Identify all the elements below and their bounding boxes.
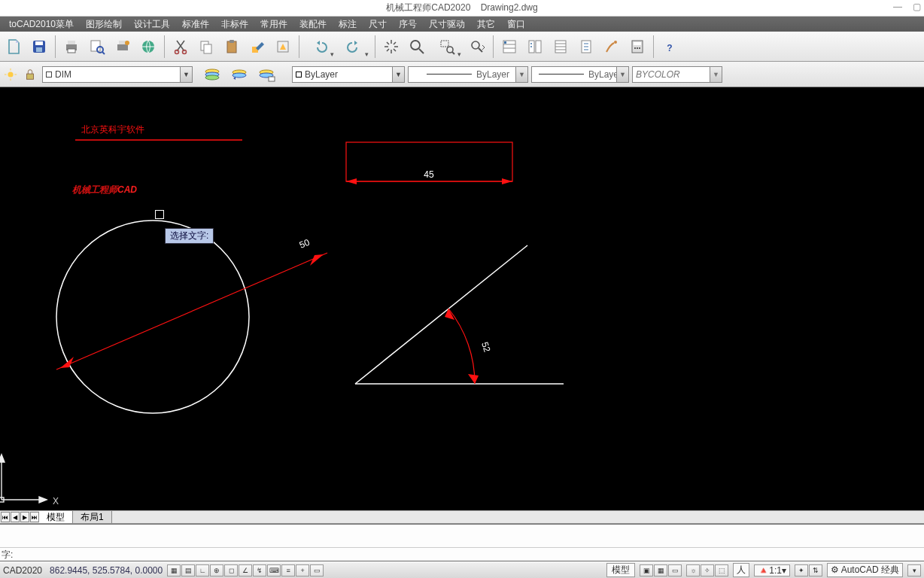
tab-nav-prev[interactable]: ◀: [11, 512, 20, 522]
status-btn[interactable]: ▭: [668, 564, 682, 576]
angle-hyp-line: [355, 245, 527, 384]
zoom-realtime-button[interactable]: [405, 35, 429, 59]
menu-item[interactable]: 标注: [333, 18, 363, 31]
tool-palettes-button[interactable]: [549, 35, 573, 59]
menu-item[interactable]: 序号: [393, 18, 423, 31]
workspace-switcher[interactable]: ⚙ AutoCAD 经典: [827, 563, 903, 577]
layer-previous-button[interactable]: [227, 63, 251, 86]
menu-item[interactable]: 非标件: [215, 18, 254, 31]
status-btn[interactable]: ▦: [654, 564, 667, 576]
drawing-text-company: 北京英科宇软件: [81, 124, 144, 135]
svg-marker-64: [346, 178, 357, 184]
cut-button[interactable]: [169, 35, 193, 59]
ortho-toggle[interactable]: ∟: [196, 564, 209, 576]
svg-rect-43: [634, 42, 641, 45]
menu-item[interactable]: 其它: [471, 18, 501, 31]
status-btn[interactable]: ✧: [701, 564, 714, 576]
linetype-combo[interactable]: ByLayer ▼: [408, 66, 528, 83]
print-button[interactable]: [59, 35, 84, 59]
drawing-svg: 北京英科宇软件 机械工程师CAD 45 50 52 X: [0, 87, 924, 510]
minimize-icon[interactable]: —: [893, 2, 902, 12]
tab-layout1[interactable]: 布局1: [73, 511, 112, 523]
design-center-button[interactable]: [523, 35, 547, 59]
layer-combo[interactable]: DIM ▼: [42, 66, 193, 83]
print-preview-button[interactable]: [85, 35, 109, 59]
lineweight-combo[interactable]: ByLayer ▼: [531, 66, 629, 83]
svg-point-35: [530, 46, 532, 47]
tab-nav-last[interactable]: ⏭: [30, 512, 39, 522]
annotation-scale[interactable]: 🔺1:1▾: [754, 564, 790, 576]
properties-button[interactable]: [497, 35, 521, 59]
sheet-set-button[interactable]: [574, 35, 598, 59]
status-btn[interactable]: ▣: [640, 564, 653, 576]
status-btn[interactable]: ⇅: [809, 564, 822, 576]
layout-tabs: ⏮ ◀ ▶ ⏭ 模型 布局1: [0, 510, 924, 524]
menu-item[interactable]: 尺寸驱动: [423, 18, 471, 31]
markup-button[interactable]: [600, 35, 624, 59]
command-window[interactable]: 字:: [0, 524, 924, 561]
svg-line-25: [452, 52, 454, 54]
lwt-toggle[interactable]: ≡: [281, 564, 295, 576]
sc-toggle[interactable]: ▭: [310, 564, 324, 576]
help-button[interactable]: ?: [658, 35, 682, 59]
layer-manager-button[interactable]: [254, 63, 278, 86]
maximize-icon[interactable]: ▢: [913, 2, 921, 12]
polar-toggle[interactable]: ⊕: [210, 564, 223, 576]
svg-marker-69: [468, 374, 479, 384]
svg-line-8: [102, 52, 105, 54]
color-swatch-icon: [296, 71, 302, 78]
ducs-toggle[interactable]: ↯: [253, 564, 266, 576]
color-combo[interactable]: ByLayer ▼: [292, 66, 405, 83]
save-button[interactable]: [27, 35, 51, 59]
menu-item[interactable]: 图形绘制: [80, 18, 128, 31]
menu-item[interactable]: toCAD2010菜单: [3, 18, 80, 31]
drafting-toggles: ▦ ▤ ∟ ⊕ ◻ ∠ ↯ ⌨ ≡ + ▭: [167, 564, 324, 576]
svg-point-44: [634, 47, 636, 49]
osnap-toggle[interactable]: ◻: [224, 564, 238, 576]
undo-button[interactable]: [303, 35, 336, 59]
tab-model[interactable]: 模型: [39, 511, 73, 523]
otrack-toggle[interactable]: ∠: [239, 564, 252, 576]
svg-text:?: ?: [667, 43, 672, 53]
command-line[interactable]: 字:: [0, 547, 924, 562]
dyn-toggle[interactable]: ⌨: [267, 564, 281, 576]
plot-button[interactable]: [111, 35, 135, 59]
status-btn[interactable]: ⬚: [715, 564, 728, 576]
snap-toggle[interactable]: ▦: [167, 564, 181, 576]
drawing-canvas[interactable]: 北京英科宇软件 机械工程师CAD 45 50 52 X 选择文字:: [0, 87, 924, 510]
status-human-icon[interactable]: 人: [733, 563, 749, 577]
plotstyle-combo[interactable]: BYCOLOR ▼: [632, 66, 722, 83]
status-tray[interactable]: ▾: [907, 564, 921, 576]
layer-states-button[interactable]: [200, 63, 224, 86]
zoom-previous-button[interactable]: [465, 35, 489, 59]
pan-button[interactable]: [379, 35, 403, 59]
quick-calc-button[interactable]: [625, 35, 649, 59]
status-btn[interactable]: ☼: [686, 564, 700, 576]
match-props-button[interactable]: [245, 35, 269, 59]
qp-toggle[interactable]: +: [296, 564, 309, 576]
tab-nav-first[interactable]: ⏮: [1, 512, 10, 522]
grid-toggle[interactable]: ▤: [181, 564, 195, 576]
publish-button[interactable]: [136, 35, 160, 59]
status-btn[interactable]: ✦: [795, 564, 808, 576]
tab-nav-next[interactable]: ▶: [20, 512, 29, 522]
zoom-window-button[interactable]: [430, 35, 464, 59]
menu-item[interactable]: 设计工具: [128, 18, 176, 31]
paste-button[interactable]: [220, 35, 244, 59]
menu-item[interactable]: 常用件: [254, 18, 293, 31]
status-space[interactable]: 模型: [606, 563, 635, 577]
layer-sun-icon[interactable]: [2, 65, 20, 84]
layer-lock-icon[interactable]: [21, 65, 39, 84]
new-button[interactable]: [2, 35, 26, 59]
svg-point-24: [447, 47, 453, 53]
menu-item[interactable]: 尺寸: [363, 18, 393, 31]
menu-item[interactable]: 窗口: [501, 18, 531, 31]
svg-rect-2: [36, 47, 42, 52]
copy-button[interactable]: [194, 35, 218, 59]
linetype-preview: [427, 74, 472, 75]
redo-button[interactable]: [338, 35, 371, 59]
menu-item[interactable]: 标准件: [176, 18, 215, 31]
block-editor-button[interactable]: [271, 35, 295, 59]
drawing-text-product: 机械工程师CAD: [71, 184, 137, 195]
menu-item[interactable]: 装配件: [293, 18, 333, 31]
